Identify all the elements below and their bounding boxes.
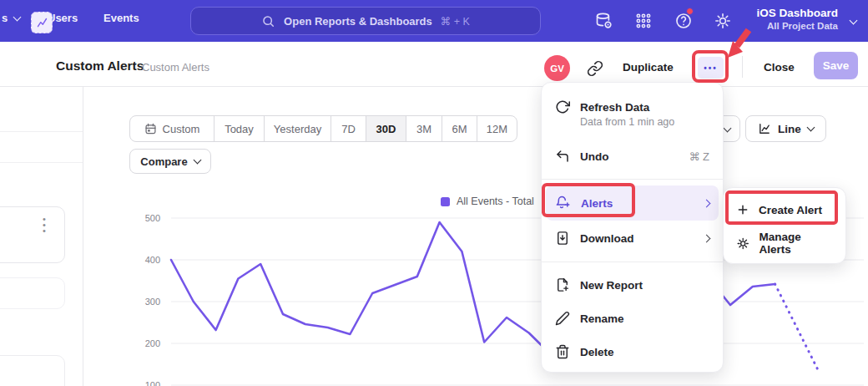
chart-legend[interactable]: All Events - Total xyxy=(441,196,534,207)
trash-icon xyxy=(555,344,570,359)
settings-gear-icon[interactable] xyxy=(714,12,732,30)
breadcrumb: Custom Alerts xyxy=(142,61,209,74)
query-card[interactable]: ••• xyxy=(0,206,65,263)
nav-item-events[interactable]: Events xyxy=(103,12,139,24)
project-selector[interactable]: iOS Dashboard All Project Data xyxy=(756,7,838,33)
calendar-icon xyxy=(144,123,157,135)
range-label: 7D xyxy=(341,123,356,135)
plus-icon xyxy=(736,203,749,216)
close-button[interactable]: Close xyxy=(764,61,795,74)
range-label: 6M xyxy=(452,123,467,135)
project-chevron-down-icon xyxy=(850,17,858,25)
alerts-submenu: Create Alert Manage Alerts xyxy=(723,187,846,264)
menu-item-label: Delete xyxy=(580,346,614,358)
range-label: Today xyxy=(225,123,254,135)
range-7d[interactable]: 7D xyxy=(331,116,366,141)
chevron-right-icon xyxy=(703,199,711,207)
menu-item-delete[interactable]: Delete xyxy=(542,335,723,368)
menu-item-undo[interactable]: Undo ⌘ Z xyxy=(542,140,723,173)
data-management-icon[interactable] xyxy=(594,12,613,30)
submenu-item-label: Manage Alerts xyxy=(759,231,833,256)
range-today[interactable]: Today xyxy=(214,116,264,141)
submenu-item-create-alert[interactable]: Create Alert xyxy=(724,193,845,226)
range-12m[interactable]: 12M xyxy=(477,116,517,141)
search-input[interactable]: Open Reports & Dashboards ⌘ + K xyxy=(190,7,541,35)
svg-text:500: 500 xyxy=(145,213,160,223)
top-navigation-bar: s Users Events Open Reports & Dashboards… xyxy=(0,0,868,42)
refresh-icon xyxy=(555,99,570,114)
menu-item-rename[interactable]: Rename xyxy=(542,302,723,335)
undo-icon xyxy=(555,149,570,164)
nav-item-partial-label: s xyxy=(2,12,8,24)
menu-item-label: Download xyxy=(580,232,634,245)
search-placeholder: Open Reports & Dashboards xyxy=(284,15,432,28)
range-label: Yesterday xyxy=(274,123,321,135)
chevron-down-icon xyxy=(193,156,201,165)
chevron-down-icon xyxy=(806,124,815,132)
chevron-down-icon xyxy=(724,124,732,133)
menu-item-refresh-data[interactable]: Refresh Data Data from 1 min ago xyxy=(542,91,723,133)
document-plus-icon xyxy=(555,277,570,292)
submenu-item-manage-alerts[interactable]: Manage Alerts xyxy=(724,226,845,260)
svg-text:100: 100 xyxy=(145,380,160,386)
chart-type-button[interactable]: Line xyxy=(745,115,826,142)
sidebar-divider xyxy=(0,162,83,163)
keyboard-shortcut: ⌘ Z xyxy=(689,150,709,163)
svg-text:400: 400 xyxy=(145,255,160,265)
avatar[interactable]: GV xyxy=(544,55,570,81)
range-label: 12M xyxy=(487,123,507,135)
page-title: Custom Alerts xyxy=(56,58,144,74)
menu-item-label: New Report xyxy=(580,279,643,292)
range-yesterday[interactable]: Yesterday xyxy=(264,116,331,141)
more-options-button[interactable]: ••• xyxy=(698,57,724,79)
menu-item-alerts[interactable]: Alerts xyxy=(546,185,719,221)
menu-item-label: Rename xyxy=(580,312,624,325)
range-30d-active[interactable]: 30D xyxy=(366,116,406,141)
chevron-right-icon xyxy=(703,234,711,242)
duplicate-button[interactable]: Duplicate xyxy=(623,61,674,74)
legend-swatch xyxy=(441,197,450,206)
query-builder-sidebar: ••• xyxy=(0,87,83,386)
menu-divider xyxy=(542,179,723,180)
date-range-segmented-control: Custom Today Yesterday 7D 30D 3M 6M 12M xyxy=(129,115,517,142)
submenu-item-label: Create Alert xyxy=(759,204,822,216)
range-custom[interactable]: Custom xyxy=(130,116,214,141)
save-button[interactable]: Save xyxy=(814,52,858,79)
download-document-icon xyxy=(555,231,570,246)
copy-link-icon[interactable] xyxy=(587,60,603,77)
svg-text:300: 300 xyxy=(145,297,160,307)
menu-item-download[interactable]: Download xyxy=(542,221,723,256)
menu-item-label: Refresh Data xyxy=(580,101,649,114)
legend-label: All Events - Total xyxy=(457,196,534,207)
range-label: 30D xyxy=(376,123,396,135)
svg-text:200: 200 xyxy=(145,338,160,348)
nav-item-partial[interactable]: s xyxy=(2,12,20,24)
chevron-down-icon xyxy=(13,13,22,21)
header-divider xyxy=(742,56,743,78)
bell-plus-icon xyxy=(555,196,571,211)
menu-item-sublabel: Data from 1 min ago xyxy=(542,116,723,133)
kebab-menu-icon[interactable]: ••• xyxy=(43,216,46,234)
range-label: Custom xyxy=(163,123,200,135)
query-card[interactable] xyxy=(0,355,65,386)
project-name: iOS Dashboard xyxy=(756,7,838,20)
sidebar-divider xyxy=(0,131,83,132)
range-6m[interactable]: 6M xyxy=(442,116,477,141)
menu-item-label: Alerts xyxy=(581,197,613,210)
compare-button[interactable]: Compare xyxy=(129,149,211,174)
chart-type-label: Line xyxy=(778,123,801,135)
report-type-tile xyxy=(31,12,53,33)
more-options-menu: Refresh Data Data from 1 min ago Undo ⌘ … xyxy=(541,82,724,373)
line-chart-icon xyxy=(36,17,48,29)
project-scope: All Project Data xyxy=(756,20,838,33)
search-shortcut-hint: ⌘ + K xyxy=(441,15,470,28)
menu-item-new-report[interactable]: New Report xyxy=(542,268,723,302)
search-icon xyxy=(261,14,275,28)
gear-icon xyxy=(736,236,749,251)
apps-grid-icon[interactable] xyxy=(634,12,653,30)
help-notification-dot xyxy=(686,8,694,15)
range-3m[interactable]: 3M xyxy=(406,116,442,141)
line-chart-icon xyxy=(758,122,771,135)
query-card[interactable] xyxy=(0,277,65,309)
pencil-icon xyxy=(555,311,570,326)
